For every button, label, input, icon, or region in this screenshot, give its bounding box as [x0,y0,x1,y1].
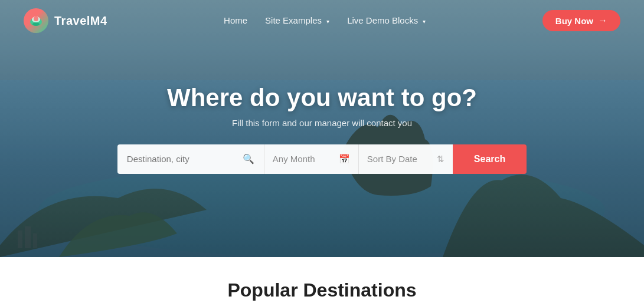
buy-now-button[interactable]: Buy Now → [542,10,620,31]
nav-item-home[interactable]: Home [224,15,247,26]
nav-link-site-examples[interactable]: Site Examples ▾ [265,15,329,25]
hero-content: Where do you want to go? Fill this form … [106,84,538,174]
destination-field[interactable]: 🔍 [117,144,264,174]
search-icon: 🔍 [243,153,254,164]
month-field[interactable]: Any Month 📅 [264,144,358,174]
nav-link-home[interactable]: Home [224,15,247,25]
logo-icon [24,8,48,33]
nav-link-live-demo[interactable]: Live Demo Blocks ▾ [347,15,426,25]
chevron-down-icon-2: ▾ [423,18,426,25]
calendar-icon: 📅 [339,154,350,164]
svg-point-3 [32,22,40,26]
search-button[interactable]: Search [453,144,527,174]
popular-destinations-section: Popular Destinations Travel Website Sear… [0,257,644,303]
popular-destinations-title: Popular Destinations [12,279,632,301]
destination-input[interactable] [127,154,239,164]
navbar: TravelM4 Home Site Examples ▾ Live Demo … [0,0,644,41]
nav-item-live-demo[interactable]: Live Demo Blocks ▾ [347,15,426,26]
sort-icon: ⇅ [437,154,444,164]
arrow-right-icon: → [598,15,607,26]
search-bar: 🔍 Any Month 📅 Sort By Date ⇅ Search [117,144,527,174]
chevron-down-icon: ▾ [326,18,329,25]
nav-item-site-examples[interactable]: Site Examples ▾ [265,15,329,26]
hero-title: Where do you want to go? [117,84,527,112]
svg-point-2 [34,17,38,21]
month-label: Any Month [273,154,315,164]
nav-links: Home Site Examples ▾ Live Demo Blocks ▾ [224,15,426,26]
hero-subtitle: Fill this form and our manager will cont… [117,118,527,128]
sort-field[interactable]: Sort By Date ⇅ [358,144,453,174]
brand-name: TravelM4 [54,14,107,28]
sort-label: Sort By Date [367,154,417,164]
logo[interactable]: TravelM4 [24,8,107,33]
